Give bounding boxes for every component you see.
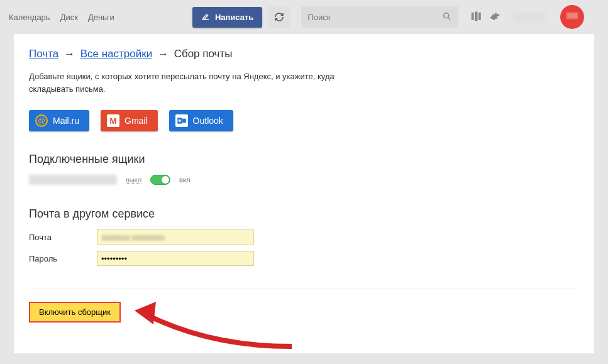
provider-label: Gmail [124,116,148,126]
svg-rect-1 [472,13,474,20]
breadcrumb-current: Сбор почты [174,48,233,60]
refresh-button[interactable] [268,6,290,28]
breadcrumb-arrow: → [64,48,75,60]
connected-account-row: выкл вкл [29,175,579,185]
svg-point-0 [444,13,449,18]
provider-outlook-button[interactable]: Outlook [169,110,233,131]
compose-icon [201,12,210,23]
compose-label: Написать [215,13,253,22]
email-field[interactable] [97,229,254,245]
account-toggle[interactable] [150,175,170,185]
gear-icon[interactable] [490,11,500,23]
breadcrumb-all-settings[interactable]: Все настройки [80,48,152,60]
breadcrumb: Почта → Все настройки → Сбор почты [29,48,579,60]
refresh-icon [274,12,284,22]
outlook-icon [175,114,188,127]
breadcrumb-arrow: → [158,48,169,60]
provider-gmail-button[interactable]: M Gmail [101,110,158,131]
provider-label: Outlook [193,116,223,126]
username-redacted [512,11,545,23]
breadcrumb-mail[interactable]: Почта [29,48,58,60]
password-row: Пароль [29,251,579,266]
gmail-icon: M [107,114,119,127]
svg-rect-2 [475,11,478,21]
nav-money[interactable]: Деньги [88,13,114,22]
provider-label: Mail.ru [53,116,79,126]
nav-disk[interactable]: Диск [60,13,78,22]
password-label: Пароль [29,254,97,263]
enable-collector-button[interactable]: Включить сборщик [29,302,121,323]
search-box[interactable] [301,6,458,28]
header-tools [471,5,584,29]
mailru-icon [35,114,48,127]
svg-rect-3 [478,13,481,20]
password-field[interactable] [97,251,254,266]
page-description: Добавьте ящики, с которых хотите пересыл… [29,70,362,95]
divider [29,289,579,289]
email-label: Почта [29,233,97,242]
avatar[interactable] [560,5,584,29]
provider-mailru-button[interactable]: Mail.ru [29,110,89,131]
search-icon[interactable] [442,11,452,23]
svg-marker-7 [135,302,156,324]
account-email-redacted [29,175,117,185]
search-input[interactable] [307,13,442,22]
nav-calendar[interactable]: Календарь [9,13,50,22]
annotation-arrow [135,299,298,350]
settings-panel: Почта → Все настройки → Сбор почты Добав… [14,34,594,353]
email-row: Почта [29,229,579,245]
other-service-heading: Почта в другом сервисе [29,207,579,221]
top-bar: Календарь Диск Деньги Написать [0,0,608,34]
themes-icon[interactable] [471,11,482,23]
svg-rect-5 [182,119,185,123]
nav-links: Календарь Диск Деньги [9,13,114,22]
provider-buttons: Mail.ru M Gmail Outlook [29,110,579,131]
toggle-off-label[interactable]: выкл [126,176,141,184]
svg-point-6 [178,119,180,122]
toggle-on-label: вкл [179,176,190,184]
compose-button[interactable]: Написать [192,7,262,28]
connected-heading: Подключенные ящики [29,153,579,166]
